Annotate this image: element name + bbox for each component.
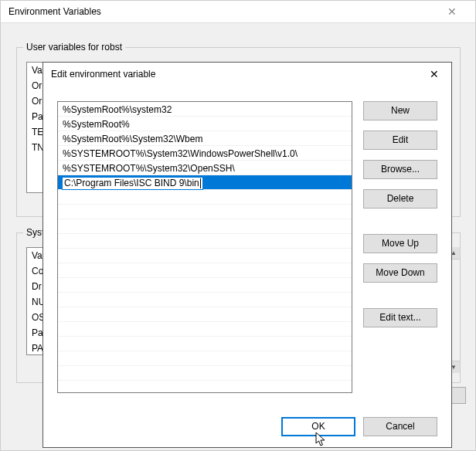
obscured-button[interactable] xyxy=(450,387,466,404)
modal-title-text: Edit environment variable xyxy=(51,69,155,80)
list-item[interactable] xyxy=(58,234,352,249)
list-item[interactable]: %SystemRoot% xyxy=(58,117,352,131)
parent-titlebar: Environment Variables ✕ xyxy=(1,1,475,23)
list-item-editing[interactable]: C:\Program Files\ISC BIND 9\bin xyxy=(58,175,352,190)
path-edit-input[interactable]: C:\Program Files\ISC BIND 9\bin xyxy=(63,178,202,189)
edit-button[interactable]: Edit xyxy=(363,131,437,150)
list-item[interactable] xyxy=(58,190,352,205)
move-down-button[interactable]: Move Down xyxy=(363,263,437,283)
cursor-icon xyxy=(315,432,328,449)
list-item[interactable]: %SYSTEMROOT%\System32\OpenSSH\ xyxy=(58,161,352,175)
path-entries-list[interactable]: %SystemRoot%\system32 %SystemRoot% %Syst… xyxy=(57,101,352,393)
list-item[interactable] xyxy=(58,293,352,307)
browse-button[interactable]: Browse... xyxy=(363,160,437,179)
list-item[interactable]: %SYSTEMROOT%\System32\WindowsPowerShell\… xyxy=(58,146,352,161)
list-item[interactable]: %SystemRoot%\System32\Wbem xyxy=(58,131,352,146)
list-item[interactable] xyxy=(58,307,352,322)
edit-env-var-dialog: Edit environment variable ✕ %SystemRoot%… xyxy=(42,62,452,448)
list-item[interactable] xyxy=(58,366,352,381)
list-item[interactable] xyxy=(58,337,352,351)
list-item[interactable] xyxy=(58,249,352,263)
list-item[interactable] xyxy=(58,322,352,337)
close-icon[interactable]: ✕ xyxy=(425,68,444,80)
list-item[interactable] xyxy=(58,205,352,219)
cancel-button[interactable]: Cancel xyxy=(363,417,437,436)
modal-titlebar: Edit environment variable ✕ xyxy=(43,63,451,86)
close-icon[interactable]: ✕ xyxy=(437,5,468,18)
user-vars-label: User variables for robst xyxy=(23,42,125,53)
list-item[interactable] xyxy=(58,263,352,278)
list-item[interactable] xyxy=(58,381,352,393)
list-item[interactable] xyxy=(58,219,352,234)
move-up-button[interactable]: Move Up xyxy=(363,234,437,253)
new-button[interactable]: New xyxy=(363,101,437,120)
edit-text-button[interactable]: Edit text... xyxy=(363,308,437,327)
delete-button[interactable]: Delete xyxy=(363,189,437,209)
list-item[interactable] xyxy=(58,351,352,366)
list-item[interactable]: %SystemRoot%\system32 xyxy=(58,102,352,117)
list-item[interactable] xyxy=(58,278,352,293)
parent-title-text: Environment Variables xyxy=(8,6,101,17)
